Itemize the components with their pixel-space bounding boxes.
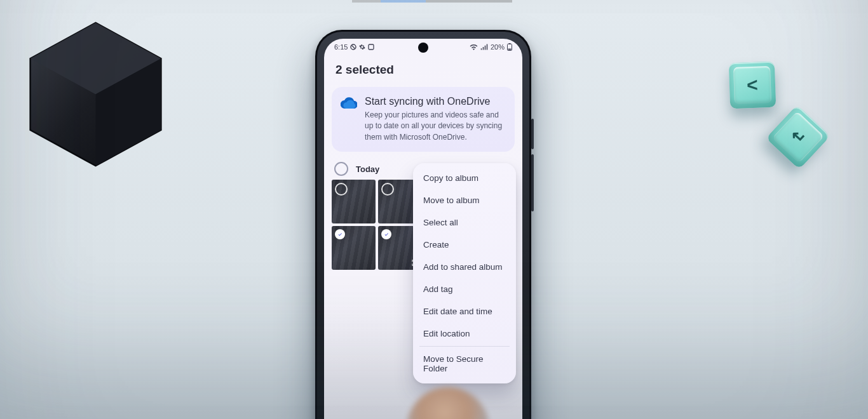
- phone-frame: 6:15 20% 2 selected: [315, 30, 531, 419]
- date-label: Today: [356, 164, 379, 174]
- menu-item[interactable]: Select all: [413, 211, 516, 234]
- status-notif-icon: [350, 44, 356, 50]
- selected-check-icon[interactable]: [381, 229, 391, 239]
- keycap-glyph: <: [747, 74, 759, 96]
- thumbnail[interactable]: [332, 180, 376, 223]
- thumbnail[interactable]: [332, 226, 376, 270]
- desk-surface: < ↵ 6:15 20%: [0, 0, 868, 419]
- phone-screen: 6:15 20% 2 selected: [324, 39, 522, 419]
- browser-tab-hint: [352, 0, 512, 3]
- more-options-menu: Copy to albumMove to albumSelect allCrea…: [413, 163, 516, 383]
- menu-item[interactable]: Add to shared album: [413, 256, 516, 278]
- menu-item[interactable]: Copy to album: [413, 167, 516, 189]
- menu-item[interactable]: Create: [413, 234, 516, 256]
- page-title: 2 selected: [336, 63, 511, 77]
- menu-item[interactable]: Move to Secure Folder: [413, 348, 516, 380]
- menu-item[interactable]: Edit date and time: [413, 300, 516, 323]
- menu-item[interactable]: Add tag: [413, 278, 516, 300]
- phone-side-button: [531, 154, 534, 211]
- menu-separator: [419, 346, 510, 347]
- status-time: 6:15: [334, 43, 348, 51]
- battery-icon: [507, 43, 512, 51]
- selection-header: 2 selected: [324, 55, 522, 84]
- svg-line-4: [352, 45, 355, 48]
- onedrive-icon: [341, 97, 357, 143]
- svg-rect-5: [369, 44, 374, 50]
- status-extra-icon: [368, 44, 374, 50]
- phone-side-button: [531, 119, 534, 149]
- selected-check-icon[interactable]: [335, 229, 345, 239]
- wifi-icon: [470, 44, 478, 50]
- select-all-day-ring[interactable]: [334, 162, 348, 176]
- menu-item[interactable]: Edit location: [413, 323, 516, 345]
- select-ring-icon[interactable]: [335, 183, 348, 196]
- desk-object-keycap-left: <: [729, 62, 776, 109]
- camera-notch: [418, 43, 428, 53]
- keycap-glyph: ↵: [786, 125, 810, 149]
- status-battery-text: 20%: [491, 43, 505, 51]
- banner-title: Start syncing with OneDrive: [365, 96, 506, 107]
- gear-icon: [359, 44, 365, 50]
- menu-item[interactable]: Move to album: [413, 189, 516, 211]
- signal-icon: [480, 44, 488, 50]
- banner-subtitle: Keep your pictures and videos safe and u…: [365, 110, 506, 143]
- desk-object-keycap-enter: ↵: [766, 105, 831, 170]
- svg-rect-8: [508, 49, 512, 50]
- desk-object-hexagon: [18, 17, 173, 172]
- onedrive-banner[interactable]: Start syncing with OneDrive Keep your pi…: [332, 87, 515, 152]
- select-ring-icon[interactable]: [381, 183, 394, 196]
